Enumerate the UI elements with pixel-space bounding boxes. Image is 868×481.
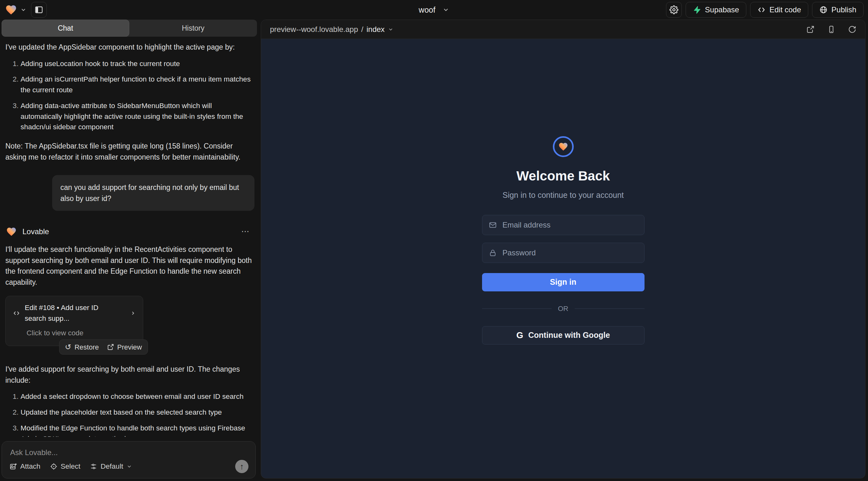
refresh-icon[interactable] (848, 25, 856, 33)
message-menu-button[interactable]: ⋯ (241, 225, 250, 238)
list-item: Adding data-active attribute to SidebarM… (21, 100, 254, 132)
google-label: Continue with Google (528, 330, 610, 340)
toggle-sidebar-button[interactable] (31, 2, 47, 18)
select-button[interactable]: Select (50, 462, 81, 471)
path-separator: / (361, 25, 364, 34)
edit-card-title: Edit #108 • Add user ID search supp... (25, 302, 121, 324)
restore-button[interactable]: ↺ Restore (65, 341, 99, 353)
assistant-change-list: Adding useLocation hook to track the cur… (5, 59, 254, 133)
preview-domain: preview--woof.lovable.app (270, 25, 358, 34)
assistant-change-list-2: Added a select dropdown to choose betwee… (5, 391, 254, 437)
password-input[interactable] (502, 248, 638, 258)
list-item: Updated the placeholder text based on th… (21, 407, 254, 418)
preview-header: preview--woof.lovable.app / index (261, 20, 865, 39)
assistant-message-intro: I've updated the AppSidebar component to… (5, 42, 254, 53)
lock-icon (489, 249, 497, 257)
publish-label: Publish (831, 5, 856, 14)
version-action-bar: ↺ Restore Preview (59, 340, 148, 355)
user-message-bubble: can you add support for searching not on… (52, 175, 254, 211)
panel-left-icon (34, 5, 43, 14)
email-input[interactable] (502, 220, 638, 230)
mode-dropdown[interactable]: Default (90, 462, 132, 471)
assistant-header: Lovable ⋯ (5, 225, 254, 238)
email-field[interactable] (482, 215, 645, 235)
google-signin-button[interactable]: G Continue with Google (482, 326, 645, 345)
chevron-down-icon (20, 7, 27, 13)
globe-icon (819, 6, 828, 14)
assistant-message-intro-2: I'll update the search functionality in … (5, 244, 254, 288)
preview-viewport: Welcome Back Sign in to continue to your… (261, 39, 865, 478)
preview-url-bar[interactable]: preview--woof.lovable.app / index (270, 25, 394, 34)
topbar: woof Supabase Edit code (0, 0, 868, 20)
assistant-summary: I've added support for searching by both… (5, 364, 254, 386)
send-button[interactable]: ↑ (235, 460, 248, 473)
restore-icon: ↺ (65, 341, 71, 353)
chevron-down-icon (442, 6, 449, 13)
chat-message-list[interactable]: I've updated the AppSidebar component to… (2, 37, 257, 437)
app-logo (553, 136, 574, 157)
edit-card-subtitle: Click to view code (27, 328, 136, 339)
edit-version-card[interactable]: Edit #108 • Add user ID search supp... C… (5, 296, 143, 346)
chevron-down-icon (388, 27, 394, 32)
mode-label: Default (100, 462, 123, 471)
preview-button[interactable]: Preview (107, 342, 142, 352)
restore-label: Restore (74, 342, 99, 352)
preview-label: Preview (117, 342, 142, 352)
list-item: Adding useLocation hook to track the cur… (21, 59, 254, 69)
edit-code-label: Edit code (769, 5, 801, 14)
composer: Attach Select Default (2, 441, 256, 478)
lovable-heart-icon (4, 4, 18, 16)
list-item: Added a select dropdown to choose betwee… (21, 391, 254, 402)
preview-panel: preview--woof.lovable.app / index (261, 20, 865, 478)
send-arrow-icon: ↑ (240, 462, 244, 472)
signin-subtitle: Sign in to continue to your account (503, 191, 624, 200)
or-label: OR (558, 304, 568, 313)
preview-page: index (366, 25, 384, 34)
or-divider: OR (482, 304, 645, 313)
signin-button[interactable]: Sign in (482, 273, 645, 291)
sliders-icon (90, 463, 97, 470)
mobile-view-icon[interactable] (827, 25, 835, 33)
image-plus-icon (9, 463, 17, 470)
chat-input[interactable] (9, 448, 248, 457)
chat-history-tabs: Chat History (2, 20, 257, 37)
project-name: woof (419, 5, 436, 14)
tab-history[interactable]: History (129, 20, 257, 37)
edit-code-button[interactable]: Edit code (750, 2, 808, 18)
google-g-icon: G (516, 330, 523, 340)
external-link-icon (107, 344, 114, 351)
project-switcher[interactable]: woof (419, 0, 450, 20)
tab-chat[interactable]: Chat (2, 20, 129, 37)
gear-icon (670, 5, 678, 14)
list-item: Modified the Edge Function to handle bot… (21, 423, 254, 437)
list-item: Adding an isCurrentPath helper function … (21, 74, 254, 95)
select-label: Select (61, 462, 81, 471)
lovable-avatar (5, 226, 18, 237)
target-icon (50, 463, 58, 470)
chevron-down-icon (126, 463, 132, 469)
lovable-app-window: woof Supabase Edit code (0, 0, 868, 481)
code-icon (13, 309, 20, 317)
mail-icon (489, 221, 497, 229)
signin-title: Welcome Back (517, 168, 610, 184)
attach-label: Attach (20, 462, 40, 471)
code-icon (757, 6, 766, 14)
signin-card: Welcome Back Sign in to continue to your… (482, 136, 645, 345)
attach-button[interactable]: Attach (9, 462, 40, 471)
password-field[interactable] (482, 243, 645, 263)
assistant-note: Note: The AppSidebar.tsx file is getting… (5, 141, 254, 162)
supabase-button[interactable]: Supabase (686, 2, 746, 18)
heart-icon (558, 141, 569, 152)
supabase-bolt-icon (693, 6, 701, 14)
chevron-right-icon (130, 310, 136, 317)
assistant-name: Lovable (23, 226, 49, 237)
publish-button[interactable]: Publish (812, 2, 864, 18)
chat-panel: Chat History I've updated the AppSidebar… (2, 20, 257, 478)
open-in-new-tab-icon[interactable] (806, 25, 814, 33)
supabase-label: Supabase (705, 5, 739, 14)
lovable-logo-menu[interactable] (4, 4, 27, 16)
settings-button[interactable] (666, 2, 682, 18)
